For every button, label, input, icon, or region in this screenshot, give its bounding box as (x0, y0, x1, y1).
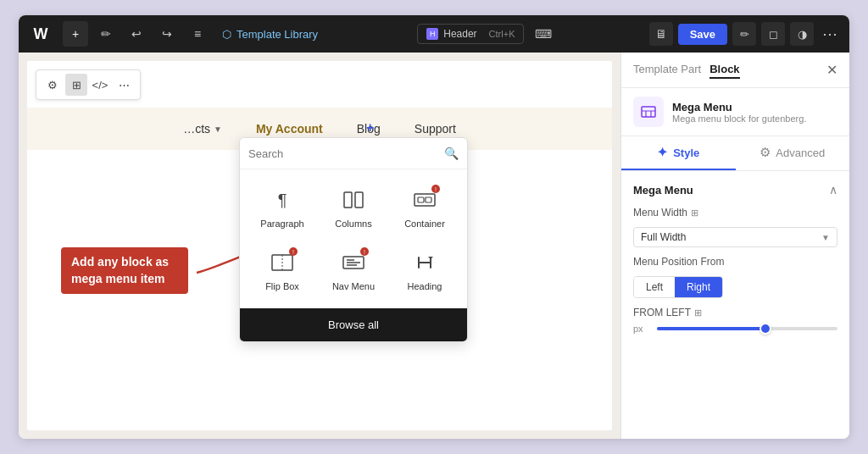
svg-rect-1 (344, 192, 352, 208)
svg-rect-4 (418, 197, 424, 202)
section-collapse-button[interactable]: ∧ (829, 183, 837, 197)
list-button[interactable]: ≡ (185, 21, 210, 47)
select-arrow-icon: ▼ (821, 233, 830, 242)
canvas-area: ⚙ ⊞ </> ⋯ …cts ▼ My Account Blog (19, 53, 620, 439)
wp-logo: W (27, 20, 54, 47)
style-icon: ✦ (657, 145, 668, 160)
desktop-view-button[interactable]: 🖥 (649, 22, 673, 46)
block-code-button[interactable]: </> (89, 74, 111, 96)
svg-marker-12 (428, 257, 433, 259)
from-left-slider[interactable] (657, 327, 837, 330)
position-left-button[interactable]: Left (634, 277, 675, 297)
panel-header: Template Part Block ✕ (621, 53, 849, 88)
menu-width-row: Menu Width ⊞ (633, 207, 837, 219)
tab-block[interactable]: Block (709, 61, 739, 79)
heading-icon (411, 249, 438, 276)
nav-item-my-account[interactable]: My Account (256, 122, 323, 136)
annotation-box: Add any block as mega menu item (61, 247, 188, 294)
position-buttons-row: Left Right (633, 276, 837, 298)
flipbox-badge: ! (289, 247, 298, 256)
block-search-input[interactable] (248, 147, 439, 160)
menu-width-label: Menu Width ⊞ (633, 207, 698, 219)
menu-position-row: Menu Position From (633, 256, 837, 268)
undo-button[interactable]: ↩ (124, 21, 149, 47)
slider-thumb[interactable] (760, 323, 771, 335)
from-left-slider-row: px (633, 324, 837, 334)
block-item-flipbox[interactable]: ! Flip Box (248, 241, 316, 300)
block-picker-grid: ¶ Paragraph Columns (240, 169, 467, 308)
toolbar-center: H Header Ctrl+K ⌨ (330, 21, 644, 47)
tab-style[interactable]: ✦ Style (621, 136, 736, 170)
preview-button[interactable]: ◻ (761, 22, 785, 46)
search-icon: 🔍 (444, 147, 459, 160)
add-block-button[interactable]: + (63, 21, 88, 47)
block-item-navmenu[interactable]: ! Nav Menu (320, 241, 387, 300)
style-advanced-tabs: ✦ Style ⚙ Advanced (621, 136, 849, 171)
svg-rect-13 (642, 107, 655, 117)
nav-item-support[interactable]: Support (415, 122, 456, 136)
from-left-icon: ⊞ (694, 307, 702, 318)
edit-mode-button[interactable]: ✏ (732, 22, 756, 46)
block-item-container[interactable]: ! Container (391, 178, 459, 237)
main-area: ⚙ ⊞ </> ⋯ …cts ▼ My Account Blog (19, 53, 849, 439)
block-picker-popup: 🔍 ¶ Paragraph (239, 137, 468, 342)
header-pill-icon: H (426, 28, 438, 40)
panel-block-info: Mega Menu Mega menu block for gutenberg. (621, 88, 849, 136)
from-left-row: FROM LEFT ⊞ px (633, 307, 837, 334)
container-icon: ! (411, 186, 438, 213)
from-left-label: FROM LEFT ⊞ (633, 307, 837, 318)
block-item-paragraph[interactable]: ¶ Paragraph (248, 178, 316, 237)
menu-width-select-row: Full Width ▼ (633, 227, 837, 247)
block-info-text: Mega Menu Mega menu block for gutenberg. (672, 101, 806, 124)
panel-tabs: Template Part Block (633, 61, 740, 79)
menu-width-select[interactable]: Full Width ▼ (633, 227, 837, 247)
columns-icon (340, 186, 367, 213)
more-options-button[interactable]: ⋯ (819, 25, 841, 43)
toolbar-right: 🖥 Save ✏ ◻ ◑ ⋯ (649, 22, 841, 46)
block-settings-button[interactable]: ⚙ (42, 74, 64, 96)
nav-item-products[interactable]: …cts ▼ (183, 122, 222, 136)
block-picker-search-bar: 🔍 (240, 138, 467, 169)
menu-width-icon: ⊞ (691, 208, 698, 219)
header-pill[interactable]: H Header Ctrl+K (417, 24, 524, 44)
svg-rect-2 (355, 192, 363, 208)
block-item-columns[interactable]: Columns (320, 178, 387, 237)
redo-button[interactable]: ↪ (154, 21, 180, 47)
keyboard-shortcut-button[interactable]: ⌨ (531, 21, 556, 47)
browse-all-button[interactable]: Browse all (240, 308, 467, 341)
tab-advanced[interactable]: ⚙ Advanced (736, 136, 850, 170)
advanced-icon: ⚙ (760, 145, 771, 160)
tab-template-part[interactable]: Template Part (633, 61, 701, 79)
block-layout-button[interactable]: ⊞ (65, 74, 87, 96)
panel-content: Mega Menu ∧ Menu Width ⊞ Full Width ▼ (621, 171, 849, 439)
block-item-heading[interactable]: Heading (391, 241, 459, 300)
svg-rect-5 (426, 197, 431, 202)
navmenu-icon: ! (340, 249, 367, 276)
flipbox-icon: ! (269, 249, 296, 276)
position-buttons: Left Right (633, 276, 723, 298)
slider-fill (657, 327, 765, 330)
block-toolbar: ⚙ ⊞ </> ⋯ (36, 69, 141, 100)
panel-close-button[interactable]: ✕ (826, 62, 837, 78)
save-button[interactable]: Save (678, 24, 727, 45)
panel-section-header: Mega Menu ∧ (633, 183, 837, 197)
canvas-inner: ⚙ ⊞ </> ⋯ …cts ▼ My Account Blog (27, 61, 612, 430)
position-right-button[interactable]: Right (675, 277, 722, 297)
navmenu-badge: ! (360, 247, 369, 256)
pencil-button[interactable]: ✏ (93, 21, 119, 47)
paragraph-icon: ¶ (269, 186, 296, 213)
container-badge: ! (431, 185, 440, 193)
template-library-button[interactable]: ⬡ Template Library (215, 25, 325, 44)
menu-position-label: Menu Position From (633, 256, 724, 268)
block-more-button[interactable]: ⋯ (113, 74, 135, 96)
plus-add-icon[interactable]: + (366, 120, 374, 136)
mega-menu-block-icon (633, 97, 664, 127)
toggle-mode-button[interactable]: ◑ (790, 22, 814, 46)
top-toolbar: W + ✏ ↩ ↪ ≡ ⬡ Template Library H Header … (19, 15, 849, 53)
right-panel: Template Part Block ✕ Mega Menu Mega (620, 53, 849, 439)
